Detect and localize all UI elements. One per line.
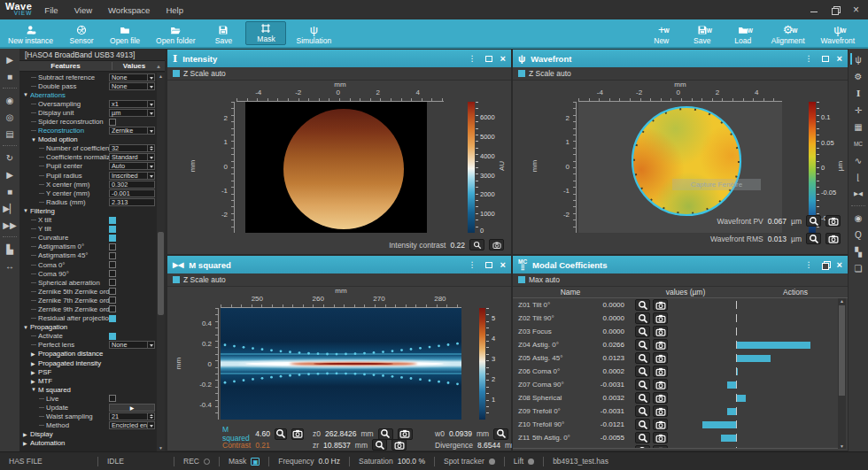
zoom-button[interactable]: [635, 339, 650, 351]
scrollbar-down-arrow[interactable]: ▼: [157, 445, 165, 451]
checkbox-unchecked[interactable]: [109, 297, 116, 304]
dropdown-double-pass[interactable]: None: [109, 82, 155, 90]
checkbox-unchecked[interactable]: [109, 270, 116, 277]
minimize-icon[interactable]: [810, 12, 818, 12]
settings-row-update[interactable]: Update▶: [19, 403, 157, 412]
right-strip-psi-icon[interactable]: ψ: [850, 52, 866, 66]
snapshot-button[interactable]: [653, 379, 668, 390]
modal-row-z11[interactable]: Z115th Astig. 0°-0.0055: [513, 431, 838, 444]
collapsed-arrow-icon[interactable]: ▶: [31, 360, 38, 366]
column-values[interactable]: values (µm): [628, 288, 743, 297]
toolbar-button-load[interactable]: WLoad: [723, 19, 763, 47]
settings-row-double-pass[interactable]: Double passNone: [19, 81, 157, 90]
features-column-label[interactable]: Features: [19, 62, 112, 70]
modal-row-z09[interactable]: Z09Trefoil 0°-0.0031: [513, 405, 838, 418]
settings-row-automation[interactable]: ▶Automation: [19, 439, 157, 448]
checkbox-unchecked[interactable]: [109, 261, 116, 268]
settings-row-radius-mm-[interactable]: Radius (mm)2.313: [19, 197, 157, 206]
close-icon[interactable]: ×: [500, 259, 506, 270]
toolbar-button-sensor[interactable]: Sensor: [61, 19, 102, 47]
toolbar-button-open-file[interactable]: Open file: [102, 19, 148, 47]
toolbar-button-wavefront[interactable]: ψWWavefront: [813, 19, 863, 47]
settings-row-psf[interactable]: ▶PSF: [19, 367, 157, 376]
checkbox-unchecked[interactable]: [109, 119, 116, 126]
settings-row-residual-after-projection[interactable]: Residual after projection: [19, 314, 157, 323]
dropdown-reconstruction[interactable]: Zernike: [109, 127, 155, 135]
zoom-button[interactable]: [635, 299, 650, 311]
expanded-arrow-icon[interactable]: ▼: [23, 208, 30, 213]
toolbar-button-mask[interactable]: Mask: [245, 21, 286, 45]
right-strip-zoom-icon[interactable]: Q: [850, 227, 866, 242]
settings-row-y-tilt[interactable]: Y tilt: [19, 225, 157, 234]
zoom-button[interactable]: [275, 428, 287, 440]
zoom-button[interactable]: [806, 233, 821, 244]
dropdown-perfect-lens[interactable]: None: [109, 341, 155, 349]
right-strip-gear-icon[interactable]: ⚙: [850, 69, 866, 83]
snapshot-button[interactable]: [653, 405, 668, 417]
zoom-button[interactable]: [806, 215, 821, 227]
wavefront-panel-header[interactable]: ψ Wavefront ⋮ ×: [513, 50, 848, 67]
toolbar-button-new[interactable]: +WNew: [641, 19, 682, 47]
scrollbar-up-arrow[interactable]: ▲: [838, 298, 846, 304]
restore-icon[interactable]: [832, 6, 839, 13]
zoom-button[interactable]: [635, 392, 650, 404]
modal-row-z10[interactable]: Z10Trefoil 90°-0.0121: [513, 418, 838, 431]
checkbox-unchecked[interactable]: [109, 252, 116, 259]
wavefront-plot[interactable]: Capture Fenêtre: [578, 102, 782, 233]
snapshot-button[interactable]: [653, 299, 668, 311]
left-strip-chart-icon[interactable]: ▙: [2, 242, 18, 256]
collapsed-arrow-icon[interactable]: ▶: [31, 351, 38, 357]
modal-row-z12[interactable]: Z125th Astig. 45°-0.0004: [513, 444, 838, 449]
zoom-button[interactable]: [635, 445, 650, 449]
maximize-icon[interactable]: [822, 56, 829, 62]
checkbox-checked[interactable]: [109, 226, 116, 233]
maximize-icon[interactable]: [485, 56, 492, 62]
close-icon[interactable]: ×: [837, 259, 842, 270]
modal-row-z05[interactable]: Z05Astig. 45°0.0123: [513, 351, 838, 365]
settings-row-reconstruction[interactable]: ReconstructionZernike: [19, 127, 157, 135]
msquared-plot[interactable]: [221, 308, 461, 420]
settings-row-y-center-mm-[interactable]: Y center (mm)-0.001: [19, 189, 157, 197]
close-icon[interactable]: ×: [837, 53, 842, 64]
settings-row-spider-reconstruction[interactable]: Spider reconstruction: [19, 117, 157, 126]
settings-row-aberrations[interactable]: ▼Aberrations: [19, 90, 157, 99]
collapsed-arrow-icon[interactable]: ▶: [23, 440, 30, 446]
snapshot-button[interactable]: [825, 233, 841, 244]
left-strip-loop-icon[interactable]: ↻: [2, 150, 18, 165]
dropdown-subtract-reference[interactable]: None: [109, 73, 155, 81]
right-strip-grid-icon[interactable]: ▦: [850, 119, 866, 134]
snapshot-button[interactable]: [653, 339, 668, 351]
right-strip-tiles-icon[interactable]: ▚: [850, 244, 866, 258]
spinner-arrows[interactable]: [147, 145, 154, 151]
right-strip-intensity-icon[interactable]: I: [850, 86, 866, 100]
left-strip-stop-icon[interactable]: ■: [2, 69, 18, 83]
collapsed-arrow-icon[interactable]: ▶: [31, 378, 38, 384]
column-actions[interactable]: Actions: [743, 288, 848, 297]
scroll-up-icon[interactable]: ▲: [156, 64, 165, 69]
checkbox-checked[interactable]: [109, 235, 116, 242]
intensity-panel-header[interactable]: I Intensity ⋮ ×: [167, 50, 511, 67]
modal-row-z08[interactable]: Z08Spherical0.0032: [513, 391, 838, 405]
modal-panel-header[interactable]: MC⣿ Modal Coefficients ⋮ ×: [513, 256, 848, 274]
settings-row-coefficients-normaliza-[interactable]: Coefficients normaliza...Standard: [19, 153, 157, 162]
settings-scrollbar[interactable]: ▲ ▼: [157, 73, 165, 451]
zoom-button[interactable]: [635, 379, 650, 390]
settings-row-modal-option[interactable]: ▼Modal option: [19, 135, 157, 144]
right-strip-camera-icon[interactable]: ◉: [850, 211, 866, 225]
dropdown-display-unit[interactable]: µm: [109, 109, 155, 117]
settings-row-astigmatism-45-[interactable]: Astigmatism 45°: [19, 251, 157, 260]
expanded-arrow-icon[interactable]: ▼: [23, 325, 30, 330]
menu-help[interactable]: Help: [166, 5, 183, 15]
panel-menu-icon[interactable]: ⋮: [805, 54, 814, 63]
snapshot-button[interactable]: [653, 312, 668, 324]
modal-row-z07[interactable]: Z07Coma 90°-0.0031: [513, 378, 838, 391]
zscale-checkbox[interactable]: [173, 276, 180, 283]
restore-icon[interactable]: [822, 261, 829, 268]
modal-scrollbar[interactable]: ▲ ▼: [838, 298, 846, 449]
dropdown-pupil-radius[interactable]: Inscribed: [109, 172, 155, 180]
settings-row-zernike-5th-zernike-order[interactable]: Zernike 5th Zernike order: [19, 287, 157, 296]
modal-row-z02[interactable]: Z02Tilt 90°0.0000: [513, 312, 838, 325]
left-strip-play-icon[interactable]: ▶: [2, 52, 18, 66]
settings-row-live[interactable]: Live: [19, 394, 157, 403]
settings-row-perfect-lens[interactable]: Perfect lensNone: [19, 341, 157, 350]
